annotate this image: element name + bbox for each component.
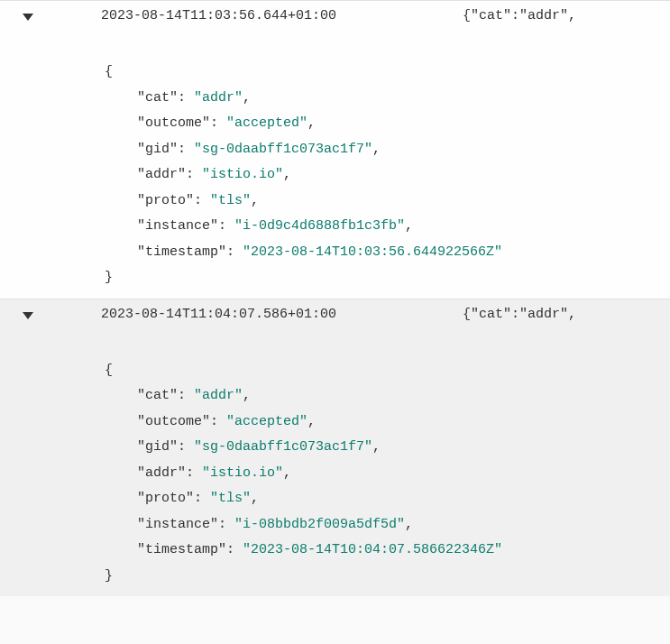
json-value-outcome: accepted (234, 115, 299, 131)
json-field: "instance": "i-08bbdb2f009a5df5d", (105, 512, 670, 538)
json-value-timestamp: 2023-08-14T10:04:07.586622346Z (251, 542, 494, 557)
json-brace-open: { (105, 358, 670, 384)
log-timestamp: 2023-08-14T11:03:56.644+01:00 (101, 8, 336, 23)
json-value-cat: addr (202, 90, 234, 106)
json-value-gid: sg-0daabff1c073ac1f7 (202, 439, 364, 455)
json-field: "outcome": "accepted", (105, 409, 670, 436)
json-value-outcome: accepted (234, 414, 299, 429)
log-json-preview: {"cat":"addr", (463, 8, 576, 23)
log-entry: 2023-08-14T11:03:56.644+01:00 {"cat":"ad… (0, 0, 670, 299)
json-field: "timestamp": "2023-08-14T10:04:07.586622… (105, 538, 670, 564)
json-value-addr: istio.io (210, 167, 275, 182)
log-entry-header: 2023-08-14T11:04:07.586+01:00 {"cat":"ad… (0, 307, 670, 322)
expand-toggle-icon[interactable] (23, 312, 33, 319)
json-value-cat: addr (202, 388, 234, 403)
json-brace-open: { (105, 60, 670, 86)
json-field: "outcome": "accepted", (105, 111, 670, 137)
json-field: "addr": "istio.io", (105, 461, 670, 487)
json-field: "proto": "tls", (105, 486, 670, 512)
json-value-instance: i-0d9c4d6888fb1c3fb (243, 218, 397, 234)
log-timestamp: 2023-08-14T11:04:07.586+01:00 (101, 307, 336, 322)
json-brace-close: } (105, 564, 670, 590)
log-json-expanded: { "cat": "addr", "outcome": "accepted", … (105, 60, 670, 291)
json-field: "cat": "addr", (105, 383, 670, 409)
json-value-addr: istio.io (210, 465, 275, 481)
log-json-preview: {"cat":"addr", (463, 307, 576, 322)
log-entry-header: 2023-08-14T11:03:56.644+01:00 {"cat":"ad… (0, 8, 670, 23)
json-field: "gid": "sg-0daabff1c073ac1f7", (105, 137, 670, 163)
json-value-instance: i-08bbdb2f009a5df5d (243, 517, 397, 532)
json-brace-close: } (105, 265, 670, 291)
json-value-timestamp: 2023-08-14T10:03:56.644922566Z (251, 244, 494, 260)
json-field: "addr": "istio.io", (105, 162, 670, 189)
json-value-proto: tls (218, 193, 243, 208)
log-json-expanded: { "cat": "addr", "outcome": "accepted", … (105, 358, 670, 590)
json-field: "proto": "tls", (105, 189, 670, 215)
json-field: "gid": "sg-0daabff1c073ac1f7", (105, 435, 670, 461)
expand-toggle-icon[interactable] (23, 14, 33, 21)
json-value-gid: sg-0daabff1c073ac1f7 (202, 142, 364, 157)
json-value-proto: tls (218, 491, 243, 506)
log-entry: 2023-08-14T11:04:07.586+01:00 {"cat":"ad… (0, 299, 670, 597)
json-field: "instance": "i-0d9c4d6888fb1c3fb", (105, 214, 670, 240)
json-field: "timestamp": "2023-08-14T10:03:56.644922… (105, 240, 670, 266)
json-field: "cat": "addr", (105, 86, 670, 112)
